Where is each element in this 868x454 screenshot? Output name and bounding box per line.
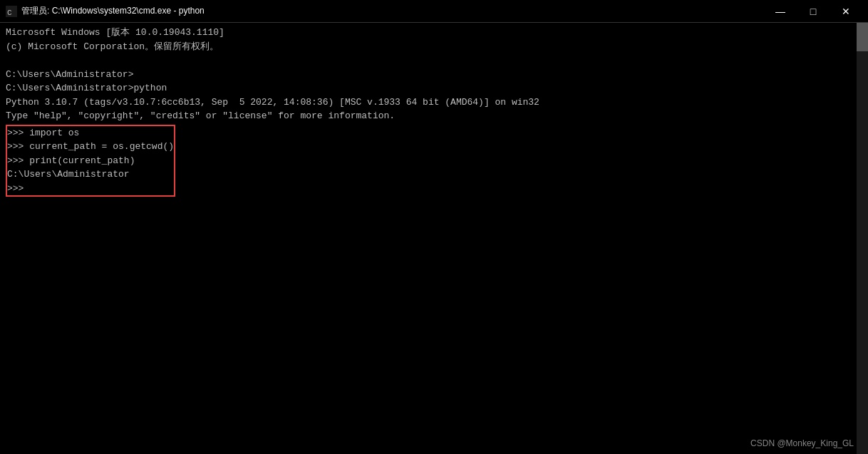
maximize-button[interactable]: □ <box>797 0 830 23</box>
window-title: 管理员: C:\Windows\system32\cmd.exe - pytho… <box>21 5 764 17</box>
code-line-2: >>> current_path = os.getcwd() <box>7 140 174 154</box>
code-line-1: >>> import os <box>7 126 174 140</box>
cmd-icon: C <box>6 6 17 17</box>
terminal-line-6: Python 3.10.7 (tags/v3.10.7:6cc6b13, Sep… <box>6 96 862 110</box>
cmd-window: C 管理员: C:\Windows\system32\cmd.exe - pyt… <box>0 0 868 454</box>
terminal-line-3 <box>6 53 862 68</box>
terminal-line-5: C:\Users\Administrator>python <box>6 81 862 96</box>
terminal-line-4: C:\Users\Administrator> <box>6 68 862 82</box>
watermark: CSDN @Monkey_King_GL <box>750 438 854 448</box>
svg-text:C: C <box>7 9 12 17</box>
terminal-line-2: (c) Microsoft Corporation。保留所有权利。 <box>6 40 862 54</box>
scrollbar-thumb[interactable] <box>857 23 868 51</box>
title-bar: C 管理员: C:\Windows\system32\cmd.exe - pyt… <box>0 0 868 23</box>
terminal-line-1: Microsoft Windows [版本 10.0.19043.1110] <box>6 26 862 40</box>
code-highlight-box: >>> import os >>> current_path = os.getc… <box>6 125 175 197</box>
scrollbar[interactable] <box>857 23 868 454</box>
terminal-body[interactable]: Microsoft Windows [版本 10.0.19043.1110] (… <box>0 23 868 454</box>
terminal-line-7: Type "help", "copyright", "credits" or "… <box>6 109 862 123</box>
output-line: C:\Users\Administrator <box>7 167 174 182</box>
minimize-button[interactable]: — <box>764 0 797 23</box>
close-button[interactable]: ✕ <box>830 0 862 23</box>
code-line-3: >>> print(current_path) <box>7 154 174 168</box>
prompt-line: >>> <box>7 182 174 196</box>
window-controls: — □ ✕ <box>764 0 862 23</box>
